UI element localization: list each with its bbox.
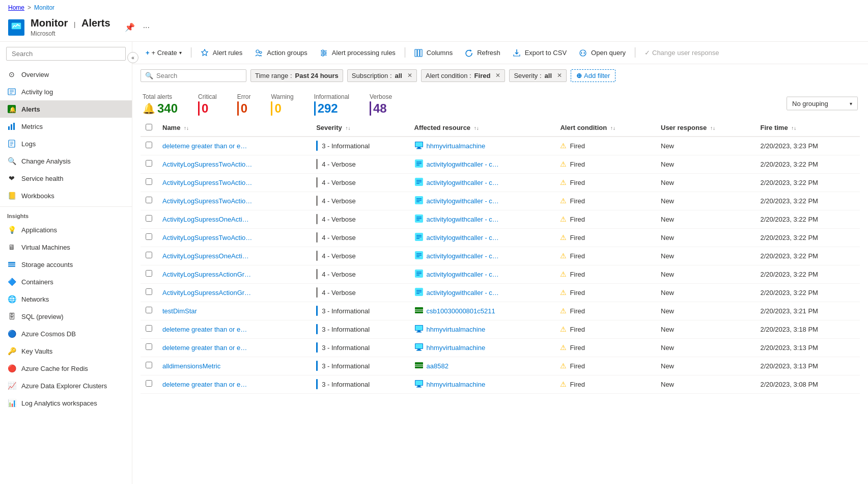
col-header-alert-condition[interactable]: Alert condition ↑↓ bbox=[555, 120, 656, 137]
alert-name-link[interactable]: ActivityLogSupressOneActi… bbox=[162, 216, 249, 223]
resource-name-link[interactable]: activitylogwithcaller - c… bbox=[427, 234, 499, 241]
breadcrumb-home[interactable]: Home bbox=[8, 4, 24, 11]
sidebar-search-input[interactable] bbox=[6, 47, 126, 61]
more-button[interactable]: ··· bbox=[141, 20, 152, 34]
alert-rules-button[interactable]: Alert rules bbox=[195, 46, 248, 60]
alert-name-link[interactable]: ActivityLogSupressTwoActio… bbox=[162, 179, 252, 186]
row-checkbox-12[interactable] bbox=[146, 362, 152, 368]
change-user-response-button[interactable]: ✓ Change user response bbox=[639, 46, 724, 59]
sidebar-item-applications[interactable]: 💡 Applications bbox=[0, 221, 132, 238]
row-checkbox-3[interactable] bbox=[146, 197, 152, 203]
row-checkbox-7[interactable] bbox=[146, 270, 152, 277]
sidebar-item-log-analytics[interactable]: 📊 Log Analytics workspaces bbox=[0, 394, 132, 412]
resource-container: activitylogwithcaller - c… bbox=[414, 214, 550, 225]
alert-name-link[interactable]: deleteme greater than or e… bbox=[162, 381, 247, 388]
resource-container: aa8582 bbox=[414, 361, 550, 371]
row-checkbox-8[interactable] bbox=[146, 288, 152, 295]
alert-name-link[interactable]: ActivityLogSupressActionGr… bbox=[162, 271, 251, 278]
severity-value: all bbox=[545, 72, 552, 79]
alert-name-link[interactable]: alldimensionsMetric bbox=[162, 362, 220, 370]
alert-name-link[interactable]: deleteme greater than or e… bbox=[162, 326, 247, 333]
col-header-severity[interactable]: Severity ↑↓ bbox=[311, 120, 409, 137]
sidebar-item-data-explorer[interactable]: 📈 Azure Data Explorer Clusters bbox=[0, 377, 132, 394]
resource-name-link[interactable]: activitylogwithcaller - c… bbox=[427, 216, 499, 223]
sidebar-item-networks[interactable]: 🌐 Networks bbox=[0, 290, 132, 308]
breadcrumb-current[interactable]: Monitor bbox=[34, 4, 54, 11]
sidebar-collapse-button[interactable]: « bbox=[127, 52, 138, 63]
sidebar-item-containers[interactable]: 🔷 Containers bbox=[0, 273, 132, 290]
total-alerts-stat: Total alerts 🔔 340 bbox=[143, 93, 178, 116]
refresh-button[interactable]: Refresh bbox=[460, 46, 506, 60]
sidebar-item-service-health[interactable]: ❤ Service health bbox=[0, 170, 132, 187]
resource-name-link[interactable]: activitylogwithcaller - c… bbox=[427, 252, 499, 260]
resource-name-link[interactable]: activitylogwithcaller - c… bbox=[427, 289, 499, 297]
row-severity-cell: 4 - Verbose bbox=[311, 283, 409, 302]
warning-stat: Warning 0 bbox=[271, 93, 293, 116]
action-groups-button[interactable]: Action groups bbox=[249, 46, 313, 60]
alert-search-input[interactable] bbox=[156, 72, 242, 79]
open-query-button[interactable]: Open query bbox=[574, 46, 631, 60]
resource-name-link[interactable]: activitylogwithcaller - c… bbox=[427, 271, 499, 278]
row-checkbox-9[interactable] bbox=[146, 307, 152, 313]
alert-name-link[interactable]: testDimStar bbox=[162, 307, 197, 315]
grouping-select[interactable]: No grouping ▾ bbox=[787, 96, 858, 110]
informational-label: Informational bbox=[314, 93, 349, 100]
add-filter-button[interactable]: ⊕ Add filter bbox=[571, 69, 615, 82]
row-checkbox-6[interactable] bbox=[146, 252, 152, 258]
alert-name-link[interactable]: ActivityLogSupressActionGr… bbox=[162, 289, 251, 297]
row-checkbox-2[interactable] bbox=[146, 178, 152, 185]
col-header-fire-time[interactable]: Fire time ↑↓ bbox=[755, 120, 860, 137]
sidebar-item-activity-log[interactable]: Activity log bbox=[0, 83, 132, 100]
sidebar-item-cosmos-db[interactable]: 🔵 Azure Cosmos DB bbox=[0, 325, 132, 342]
alert-name-link[interactable]: deleteme greater than or e… bbox=[162, 142, 247, 150]
alert-condition-filter-close[interactable]: ✕ bbox=[495, 72, 500, 79]
sidebar-item-storage-accounts[interactable]: Storage accounts bbox=[0, 256, 132, 273]
sidebar-item-logs[interactable]: Logs bbox=[0, 135, 132, 152]
sidebar-item-key-vaults[interactable]: 🔑 Key Vaults bbox=[0, 342, 132, 360]
alert-name-link[interactable]: ActivityLogSupressTwoActio… bbox=[162, 197, 252, 205]
resource-name-link[interactable]: activitylogwithcaller - c… bbox=[427, 197, 499, 205]
sidebar-item-alerts[interactable]: 🔔 Alerts bbox=[0, 100, 132, 118]
col-header-name[interactable]: Name ↑↓ bbox=[157, 120, 311, 137]
row-checkbox-10[interactable] bbox=[146, 325, 152, 332]
sidebar-item-change-analysis[interactable]: 🔍 Change Analysis bbox=[0, 152, 132, 170]
resource-name-link[interactable]: activitylogwithcaller - c… bbox=[427, 160, 499, 168]
row-checkbox-13[interactable] bbox=[146, 380, 152, 387]
create-button[interactable]: + + Create ▾ bbox=[141, 46, 187, 59]
sidebar-item-sql-preview[interactable]: 🗄 SQL (preview) bbox=[0, 308, 132, 325]
sidebar-item-metrics[interactable]: Metrics bbox=[0, 118, 132, 135]
row-checkbox-5[interactable] bbox=[146, 233, 152, 240]
resource-name-link[interactable]: csb10030000801c5211 bbox=[427, 307, 495, 315]
columns-button[interactable]: Columns bbox=[409, 46, 458, 60]
col-header-user-response[interactable]: User response ↑↓ bbox=[656, 120, 755, 137]
sidebar-item-redis[interactable]: 🔴 Azure Cache for Redis bbox=[0, 360, 132, 377]
row-fire-time-cell: 2/20/2023, 3:08 PM bbox=[755, 375, 860, 393]
resource-name-link[interactable]: hhmyvirtualmachine bbox=[427, 344, 486, 352]
alert-name-link[interactable]: ActivityLogSupressTwoActio… bbox=[162, 160, 252, 168]
resource-name-link[interactable]: hhmyvirtualmachine bbox=[427, 381, 486, 388]
pin-button[interactable]: 📌 bbox=[123, 20, 137, 34]
severity-filter-close[interactable]: ✕ bbox=[557, 72, 562, 79]
export-csv-button[interactable]: Export to CSV bbox=[508, 46, 572, 60]
row-checkbox-4[interactable] bbox=[146, 215, 152, 222]
col-header-affected-resource[interactable]: Affected resource ↑↓ bbox=[409, 120, 555, 137]
sidebar-item-virtual-machines[interactable]: 🖥 Virtual Machines bbox=[0, 238, 132, 256]
select-all-checkbox[interactable] bbox=[146, 124, 152, 130]
row-checkbox-0[interactable] bbox=[146, 142, 152, 148]
sidebar-item-workbooks[interactable]: 📒 Workbooks bbox=[0, 187, 132, 204]
resource-name-link[interactable]: hhmyvirtualmachine bbox=[427, 326, 486, 333]
resource-name-link[interactable]: hhmyvirtualmachine bbox=[427, 142, 486, 150]
alert-name-link[interactable]: deleteme greater than or e… bbox=[162, 344, 247, 352]
resource-name-link[interactable]: activitylogwithcaller - c… bbox=[427, 179, 499, 186]
alert-condition-container: ⚠ Fired bbox=[560, 160, 651, 168]
subscription-filter-close[interactable]: ✕ bbox=[407, 72, 412, 79]
row-checkbox-11[interactable] bbox=[146, 343, 152, 350]
key-vaults-icon: 🔑 bbox=[7, 346, 16, 356]
sidebar-item-overview[interactable]: ⊙ Overview bbox=[0, 66, 132, 83]
alert-name-link[interactable]: ActivityLogSupressTwoActio… bbox=[162, 234, 252, 241]
row-checkbox-1[interactable] bbox=[146, 160, 152, 167]
time-range-label: Time range : bbox=[255, 72, 292, 79]
alert-name-link[interactable]: ActivityLogSupressOneActi… bbox=[162, 252, 249, 260]
alert-processing-rules-button[interactable]: Alert processing rules bbox=[315, 46, 401, 60]
resource-name-link[interactable]: aa8582 bbox=[427, 362, 449, 370]
